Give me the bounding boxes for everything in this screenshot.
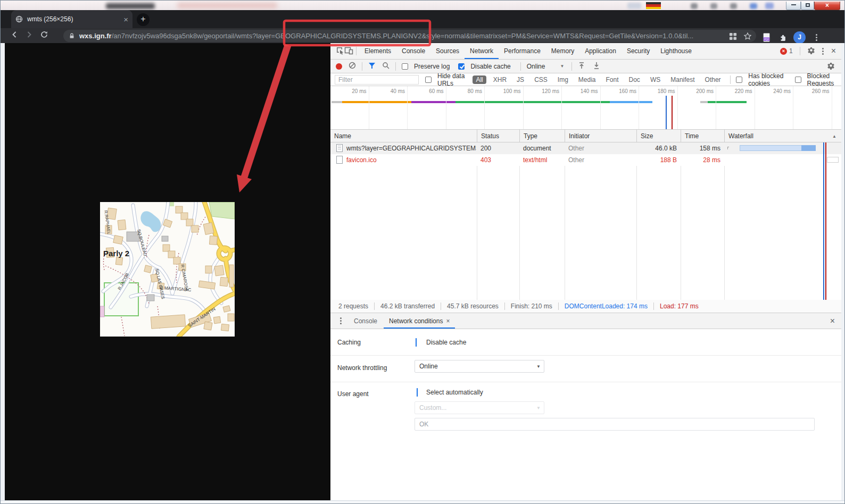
timeline-segment-waiting [610,101,652,103]
devtools-tab-security[interactable]: Security [622,44,655,59]
import-har-icon[interactable] [578,62,585,71]
column-header-time[interactable]: Time [681,130,725,142]
devtools-tab-lighthouse[interactable]: Lighthouse [655,44,697,59]
reload-icon[interactable] [37,30,52,41]
extensions-puzzle-icon[interactable] [777,33,786,42]
column-header-status[interactable]: Status [477,130,520,142]
filter-type-js[interactable]: JS [513,75,527,84]
disable-cache-checkbox[interactable] [458,63,465,70]
timeline-tick-label: 200 ms [677,88,714,94]
filter-type-ws[interactable]: WS [647,75,664,84]
bookmark-star-icon[interactable] [743,32,752,40]
minimize-button[interactable] [786,2,801,10]
window-frame-bottom [1,500,845,504]
url-domain: wxs.ign.fr [79,32,112,40]
pdf-extension-icon[interactable]: PDF [763,33,771,42]
request-type: document [523,142,566,154]
devtools-tab-memory[interactable]: Memory [546,44,579,59]
devtools-tab-application[interactable]: Application [579,44,622,59]
devtools-tab-elements[interactable]: Elements [359,44,396,59]
column-header-waterfall[interactable]: Waterfall [725,130,831,142]
back-icon[interactable] [7,30,22,41]
devtools-tabbar: ElementsConsoleSourcesNetworkPerformance… [330,43,841,60]
browser-tab[interactable]: wmts (256×256) × [11,10,132,28]
column-header-size[interactable]: Size [637,130,681,142]
document-icon [336,144,343,152]
filter-type-xhr[interactable]: XHR [490,75,510,84]
drawer-tab-console[interactable]: Console [349,314,383,329]
filter-type-manifest[interactable]: Manifest [667,75,698,84]
select-automatically-checkbox[interactable] [417,388,418,397]
devtools-tab-sources[interactable]: Sources [430,44,465,59]
request-row-wmts[interactable]: wmts?layer=GEOGRAPHICALGRIDSYSTEMS.P... … [330,142,841,154]
drawer-menu-icon[interactable] [337,317,344,324]
profile-avatar[interactable]: J [793,31,806,44]
request-initiator: Other [568,154,635,166]
blocked-requests-checkbox[interactable] [795,77,801,83]
url-path: /an7nvfzojv5wa96dsga5nk8w/geoportail/wmt… [112,32,276,40]
devtools-tab-network[interactable]: Network [465,44,499,59]
grid-icon[interactable] [729,32,737,40]
filter-type-media[interactable]: Media [575,75,599,84]
drawer-throttling-select[interactable]: Online ▼ [415,360,544,373]
request-row-favicon[interactable]: favicon.ico 403 text/html Other 188 B 28… [330,154,841,166]
network-settings-gear-icon[interactable] [827,62,835,71]
filter-type-doc[interactable]: Doc [626,75,643,84]
throttling-dropdown[interactable]: Online ▼ [527,63,565,70]
preserve-log-checkbox[interactable] [402,63,408,70]
window-titlebar: × [1,1,845,10]
blurred-artifact [106,3,155,9]
timeline-segment-queueing [332,101,342,103]
filter-type-other[interactable]: Other [702,75,724,84]
forward-icon[interactable] [22,30,37,41]
inspect-element-icon[interactable] [336,46,344,56]
devtools-tab-console[interactable]: Console [396,44,430,59]
column-header-name[interactable]: Name [330,130,477,142]
browser-window: × wmts (256×256) × + [0,0,845,504]
network-overview-timeline[interactable]: 20 ms40 ms60 ms80 ms100 ms120 ms140 ms16… [330,86,841,130]
column-header-type[interactable]: Type [520,130,565,142]
column-header-initiator[interactable]: Initiator [565,130,637,142]
timeline-gridline [832,86,832,130]
clear-icon[interactable] [349,62,356,71]
hide-data-urls-label: Hide data URLs [437,72,467,87]
devtools-menu-icon[interactable] [819,48,827,55]
search-icon[interactable] [382,62,390,71]
new-tab-button[interactable]: + [137,13,150,26]
drawer-tab-close-icon[interactable]: × [446,314,450,329]
timeline-segment-queueing [700,101,708,103]
devtools-close-icon[interactable]: × [831,46,836,56]
filter-input[interactable] [335,75,419,85]
devtools-tab-performance[interactable]: Performance [499,44,546,59]
blurred-tray-icon [765,3,774,9]
tab-close-icon[interactable]: × [123,15,128,23]
device-toolbar-icon[interactable] [344,46,353,56]
drawer-close-icon[interactable]: × [830,316,835,326]
svg-text:PDF: PDF [764,38,769,41]
drawer-tab-network-conditions[interactable]: Network conditions × [384,314,455,329]
timeline-segment-receiving [708,101,747,103]
filter-type-all[interactable]: All [473,75,486,84]
summary-item: 45.7 kB resources [441,303,504,310]
has-blocked-cookies-checkbox[interactable] [736,77,742,83]
maximize-button[interactable] [801,2,814,10]
export-har-icon[interactable] [593,62,600,71]
close-window-button[interactable]: × [814,2,840,10]
filter-type-font[interactable]: Font [603,75,622,84]
hide-data-urls-checkbox[interactable] [425,77,432,83]
record-icon[interactable] [336,63,342,70]
chrome-menu-icon[interactable] [813,34,820,41]
filter-icon[interactable] [368,62,376,71]
drawer-disable-cache-checkbox[interactable] [416,338,417,347]
blurred-tray-icon [730,3,737,9]
timeline-tick-label: 160 ms [600,88,636,94]
error-badge[interactable]: × 1 [780,47,793,55]
filter-type-css[interactable]: CSS [531,75,551,84]
timeline-tick-label: 120 ms [523,88,559,94]
url-bar[interactable]: wxs.ign.fr/an7nvfzojv5wa96dsga5nk8w/geop… [63,30,756,42]
filter-type-img[interactable]: Img [554,75,571,84]
devtools-settings-icon[interactable] [807,46,815,56]
globe-favicon-icon [15,15,23,23]
network-conditions-panel: Caching Disable cache Network throttling… [330,329,841,500]
sort-ascending-icon[interactable]: ▲ [832,134,836,139]
